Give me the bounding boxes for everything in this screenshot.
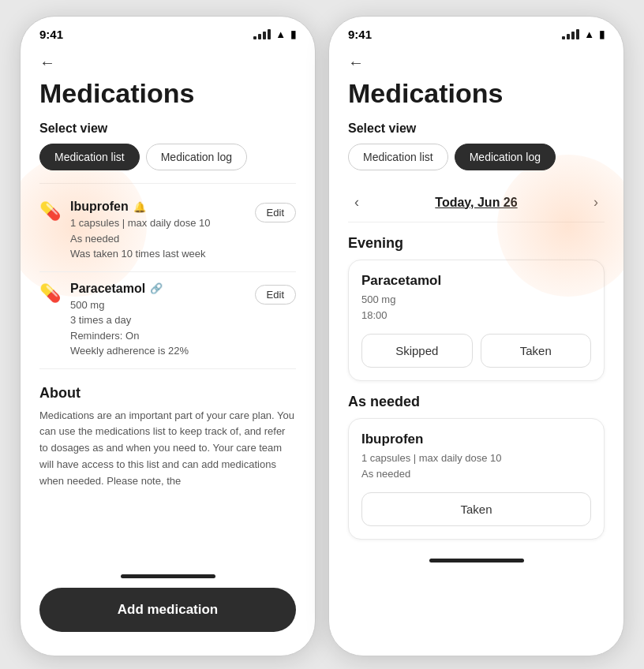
left-view-toggle: Medication list Medication log: [39, 144, 296, 170]
right-select-view: Select view Medication list Medication l…: [348, 121, 605, 170]
right-medication-log-tab[interactable]: Medication log: [455, 144, 556, 170]
paracetamol-taken-button[interactable]: Taken: [481, 334, 592, 368]
evening-section-label: Evening: [348, 235, 605, 252]
paracetamol-card-actions: Skipped Taken: [361, 334, 591, 368]
paracetamol-card: Paracetamol 500 mg18:00 Skipped Taken: [348, 260, 605, 381]
paracetamol-card-detail: 500 mg18:00: [361, 292, 591, 323]
ibuprofen-card-detail: 1 capsules | max daily dose 10As needed: [361, 450, 591, 481]
screens-container: 9:41 ▲ ▮ ← Medications Select view: [20, 16, 624, 656]
left-status-icons: ▲ ▮: [253, 28, 296, 40]
paracetamol-skipped-button[interactable]: Skipped: [361, 334, 473, 368]
paracetamol-name-row: Paracetamol 🔗: [70, 282, 245, 296]
right-wifi-icon: ▲: [584, 28, 594, 40]
wifi-icon: ▲: [275, 28, 286, 40]
prev-date-button[interactable]: ‹: [348, 191, 365, 214]
medication-ibuprofen: 💊 Ibuprofen 🔔 1 capsules | max daily dos…: [39, 190, 296, 272]
paracetamol-edit-button[interactable]: Edit: [255, 285, 296, 305]
ibuprofen-name-row: Ibuprofen 🔔: [70, 200, 245, 214]
medication-paracetamol: 💊 Paracetamol 🔗 500 mg 3 times a day Rem…: [39, 272, 296, 369]
left-medication-log-tab[interactable]: Medication log: [146, 144, 247, 170]
right-signal-icon: [562, 29, 579, 39]
paracetamol-name: Paracetamol: [70, 282, 145, 296]
right-back-button[interactable]: ←: [348, 50, 364, 75]
ibuprofen-edit-button[interactable]: Edit: [255, 203, 296, 222]
divider-1: [39, 183, 296, 184]
right-select-view-label: Select view: [348, 121, 605, 136]
right-view-toggle: Medication list Medication log: [348, 144, 605, 170]
ibuprofen-tag-icon: 🔔: [133, 201, 146, 213]
about-text: Medications are an important part of you…: [39, 408, 296, 490]
right-medication-list-tab[interactable]: Medication list: [348, 144, 448, 170]
left-phone: 9:41 ▲ ▮ ← Medications Select view: [20, 16, 316, 656]
left-status-bar: 9:41 ▲ ▮: [21, 17, 315, 44]
add-medication-button[interactable]: Add medication: [39, 588, 296, 632]
paracetamol-tag-icon: 🔗: [150, 282, 163, 294]
right-phone: 9:41 ▲ ▮ ← Medications Select view: [328, 16, 624, 656]
ibuprofen-name: Ibuprofen: [70, 200, 129, 214]
ibuprofen-card-actions: Taken: [361, 492, 591, 526]
left-home-indicator: [121, 574, 215, 578]
next-date-button[interactable]: ›: [587, 191, 605, 214]
about-section: About Medications are an important part …: [39, 385, 296, 490]
paracetamol-icon: 💊: [39, 283, 61, 304]
ibuprofen-info: Ibuprofen 🔔 1 capsules | max daily dose …: [70, 200, 245, 262]
current-date-label: Today, Jun 26: [435, 196, 517, 210]
about-title: About: [39, 385, 296, 402]
right-page-title: Medications: [348, 78, 605, 109]
left-select-view-label: Select view: [39, 121, 296, 136]
ibuprofen-detail: 1 capsules | max daily dose 10 As needed…: [70, 215, 245, 262]
signal-icon: [253, 29, 271, 39]
left-back-button[interactable]: ←: [39, 50, 55, 75]
paracetamol-info: Paracetamol 🔗 500 mg 3 times a day Remin…: [70, 282, 245, 359]
right-phone-content: ← Medications Select view Medication lis…: [329, 44, 623, 552]
ibuprofen-icon: 💊: [39, 201, 61, 222]
right-time: 9:41: [348, 28, 372, 41]
left-medication-list-tab[interactable]: Medication list: [39, 144, 140, 170]
right-home-indicator: [429, 559, 524, 562]
left-phone-content: ← Medications Select view Medication lis…: [21, 44, 315, 568]
paracetamol-card-name: Paracetamol: [361, 273, 591, 289]
battery-icon: ▮: [290, 28, 296, 40]
as-needed-section-label: As needed: [348, 394, 605, 410]
ibuprofen-card: Ibuprofen 1 capsules | max daily dose 10…: [348, 418, 605, 540]
paracetamol-detail: 500 mg 3 times a day Reminders: On Weekl…: [70, 297, 245, 359]
right-status-bar: 9:41 ▲ ▮: [329, 17, 623, 44]
left-select-view: Select view Medication list Medication l…: [39, 121, 296, 170]
left-time: 9:41: [39, 28, 63, 41]
ibuprofen-card-name: Ibuprofen: [361, 432, 591, 447]
date-navigation: ‹ Today, Jun 26 ›: [348, 183, 605, 222]
ibuprofen-taken-button[interactable]: Taken: [361, 492, 591, 526]
right-battery-icon: ▮: [599, 28, 605, 40]
right-status-icons: ▲ ▮: [562, 28, 605, 40]
left-page-title: Medications: [39, 78, 296, 109]
